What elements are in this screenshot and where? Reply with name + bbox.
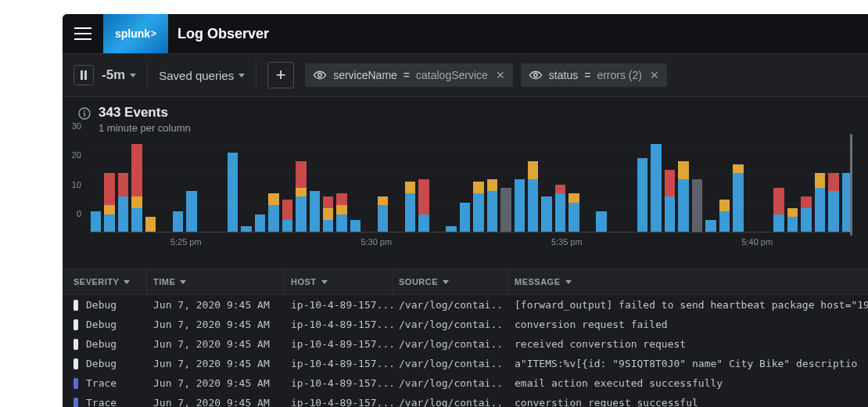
chart-bar[interactable] (104, 139, 114, 232)
chart-bar[interactable] (733, 139, 743, 232)
chart-bar[interactable] (705, 139, 716, 232)
chart-bar[interactable] (801, 139, 811, 232)
saved-queries-dropdown[interactable]: Saved queries (159, 69, 245, 82)
chart-bar[interactable] (596, 139, 606, 232)
chart-bar[interactable] (145, 139, 156, 232)
chart-bar[interactable] (186, 139, 196, 232)
chart-bar[interactable] (678, 139, 688, 232)
chart-bar[interactable] (787, 139, 798, 232)
chart-bar[interactable] (336, 139, 346, 232)
table-row[interactable]: DebugJun 7, 2020 9:45 AMip-10-4-89-157..… (63, 354, 868, 373)
cell-host: ip-10-4-89-157... (285, 337, 393, 351)
filter-chip[interactable]: status=errors (2)✕ (521, 63, 667, 87)
chart-bar[interactable] (487, 139, 497, 232)
chart-bar[interactable] (118, 139, 128, 232)
chart-bar[interactable] (651, 139, 661, 232)
bar-segment-warn (719, 200, 730, 211)
bar-segment-warn (323, 208, 333, 220)
chart-bar[interactable] (692, 139, 702, 232)
chart-bar[interactable] (473, 139, 483, 232)
chart-bar[interactable] (173, 139, 183, 232)
close-icon[interactable]: ✕ (496, 69, 505, 81)
titlebar: splunk> Log Observer (63, 14, 868, 53)
bar-segment-info (446, 226, 456, 232)
column-header-severity[interactable]: SEVERITY (63, 269, 147, 294)
chart-bar[interactable] (760, 139, 770, 232)
logo[interactable]: splunk> (103, 14, 168, 53)
chart-bar[interactable] (569, 139, 579, 232)
chart-bar[interactable] (350, 139, 360, 232)
bar-segment-info (460, 203, 470, 232)
table-row[interactable]: TraceJun 7, 2020 9:45 AMip-10-4-89-157..… (63, 393, 868, 407)
chart-bar[interactable] (815, 139, 825, 232)
column-header-message[interactable]: MESSAGE (508, 269, 868, 294)
time-range-picker[interactable]: -5m (102, 67, 136, 83)
eye-icon (313, 68, 327, 82)
chart-bar[interactable] (200, 139, 210, 232)
filter-chip[interactable]: serviceName=catalogService✕ (305, 63, 513, 87)
chart-bar[interactable] (228, 139, 238, 232)
chart-bar[interactable] (310, 139, 320, 232)
chevron-down-icon (239, 74, 245, 77)
x-tick: 5:35 pm (551, 237, 583, 247)
chart-bar[interactable] (828, 139, 838, 232)
add-filter-button[interactable]: + (267, 62, 294, 88)
chart-bar[interactable] (405, 139, 415, 232)
chart-bar[interactable] (665, 139, 675, 232)
chart-bar[interactable] (446, 139, 456, 232)
chip-key: serviceName (333, 69, 397, 81)
chart-bar[interactable] (391, 139, 401, 232)
chart-bar[interactable] (241, 139, 251, 232)
bar-segment-error (104, 173, 114, 205)
bar-segment-info (350, 220, 360, 232)
chart-bar[interactable] (432, 139, 443, 232)
menu-icon[interactable] (63, 14, 103, 53)
chart-bar[interactable] (159, 139, 169, 232)
chart-bar[interactable] (583, 139, 593, 232)
bar-segment-info (801, 208, 811, 232)
chart-bar[interactable] (418, 139, 429, 232)
chart-bar[interactable] (528, 139, 538, 232)
events-chart[interactable]: 0102030 5:25 pm5:30 pm5:35 pm5:40 pm (63, 139, 868, 256)
chart-bar[interactable] (282, 139, 292, 232)
close-icon[interactable]: ✕ (650, 69, 659, 81)
chart-bar[interactable] (91, 139, 101, 232)
chart-bar[interactable] (747, 139, 757, 232)
chart-bar[interactable] (719, 139, 730, 232)
cell-message: received converstion request (508, 337, 868, 351)
column-header-time[interactable]: TIME (147, 269, 285, 294)
bar-segment-info (378, 205, 388, 232)
table-row[interactable]: TraceJun 7, 2020 9:45 AMip-10-4-89-157..… (63, 373, 868, 393)
pause-button[interactable] (74, 65, 94, 85)
table-row[interactable]: DebugJun 7, 2020 9:45 AMip-10-4-89-157..… (63, 334, 868, 354)
chart-bar[interactable] (515, 139, 525, 232)
chart-bar[interactable] (131, 139, 142, 232)
column-header-host[interactable]: HOST (285, 269, 393, 294)
chart-bar[interactable] (460, 139, 470, 232)
chart-bar[interactable] (555, 139, 565, 232)
column-header-source[interactable]: SOURCE (393, 269, 508, 294)
chart-bar[interactable] (500, 139, 511, 232)
chart-bar[interactable] (623, 139, 633, 232)
table-row[interactable]: DebugJun 7, 2020 9:45 AMip-10-4-89-157..… (63, 295, 868, 315)
chart-bar[interactable] (541, 139, 551, 232)
chart-bar[interactable] (773, 139, 784, 232)
chart-bar[interactable] (378, 139, 388, 232)
chart-bar[interactable] (610, 139, 620, 232)
chart-bar[interactable] (323, 139, 333, 232)
cell-time: Jun 7, 2020 9:45 AM (147, 356, 285, 371)
logo-caret-icon: > (151, 28, 156, 39)
chart-bar[interactable] (296, 139, 306, 232)
chart-bar[interactable] (268, 139, 278, 232)
chart-bar[interactable] (637, 139, 647, 232)
table-row[interactable]: DebugJun 7, 2020 9:45 AMip-10-4-89-157..… (63, 315, 868, 334)
chart-bar[interactable] (255, 139, 265, 232)
chevron-down-icon (321, 280, 328, 284)
bar-segment-info (91, 211, 101, 232)
cell-message: [forward_output] failed to send heartbea… (508, 297, 868, 312)
chart-bar[interactable] (213, 139, 224, 232)
chart-bar[interactable] (364, 139, 374, 232)
bar-segment-info (569, 203, 579, 232)
bar-segment-info (336, 214, 346, 232)
bar-segment-info (173, 211, 183, 232)
